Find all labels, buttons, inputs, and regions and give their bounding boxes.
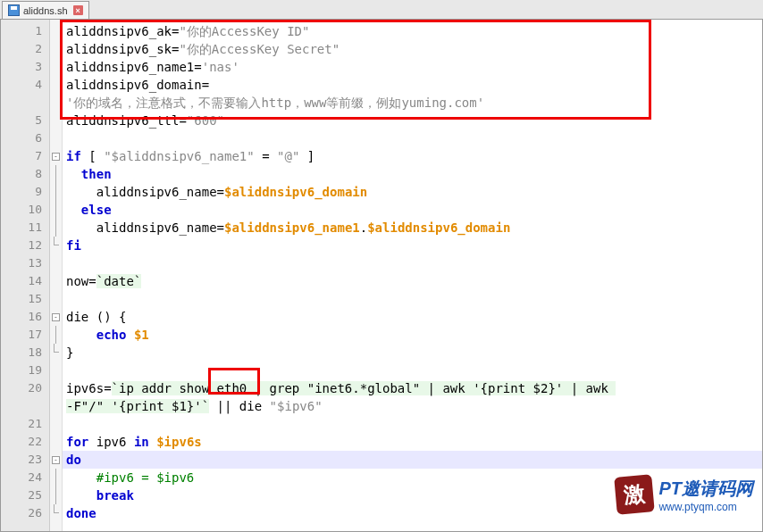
close-icon[interactable]: × [73, 5, 83, 15]
code-line[interactable] [63, 362, 762, 379]
line-number: 4 [1, 76, 49, 94]
fold-marker[interactable] [50, 219, 62, 237]
token: || die [209, 399, 269, 413]
code-line[interactable]: now=`date` [63, 272, 762, 290]
fold-column: --- [50, 20, 63, 531]
token: aliddnsipv6_domain= [66, 78, 209, 92]
fold-marker[interactable] [50, 165, 62, 183]
fold-marker[interactable] [50, 415, 62, 433]
code-line[interactable]: ipv6s=`ip addr show eth0 | grep "inet6.*… [63, 379, 762, 397]
fold-marker[interactable] [50, 379, 62, 397]
line-number: 1 [1, 22, 49, 40]
fold-marker[interactable] [50, 112, 62, 129]
code-line[interactable]: if [ "$aliddnsipv6_name1" = "@" ] [63, 147, 762, 165]
tab-filename: aliddns.sh [23, 5, 68, 16]
token: in [134, 435, 149, 449]
fold-marker[interactable] [50, 486, 62, 504]
fold-marker[interactable] [50, 362, 62, 379]
fold-marker[interactable] [50, 237, 62, 254]
disk-icon [8, 4, 20, 16]
fold-marker[interactable] [50, 254, 62, 272]
code-line[interactable]: aliddnsipv6_ak="你的AccessKey ID" [63, 22, 762, 40]
code-line[interactable]: -F"/" '{print $1}'` || die "$ipv6" [63, 397, 762, 415]
fold-marker[interactable] [50, 433, 62, 451]
token: $aliddnsipv6_domain [224, 185, 367, 199]
token: aliddnsipv6_ak= [66, 24, 179, 38]
code-line[interactable]: else [63, 201, 762, 219]
fold-marker[interactable] [50, 58, 62, 76]
fold-marker[interactable] [50, 129, 62, 147]
code-line[interactable]: aliddnsipv6_sk="你的AccessKey Secret" [63, 40, 762, 58]
token [66, 203, 81, 217]
fold-marker[interactable] [50, 76, 62, 94]
token [149, 435, 156, 449]
line-number: 19 [1, 362, 49, 379]
token: aliddnsipv6_name= [66, 185, 224, 199]
code-area[interactable]: 激 PT邀请码网 www.ptyqm.com aliddnsipv6_ak="你… [63, 20, 762, 531]
code-line[interactable]: then [63, 165, 762, 183]
token: then [81, 167, 112, 181]
line-number: 23 [1, 451, 49, 469]
fold-marker[interactable] [50, 94, 62, 112]
code-line[interactable]: aliddnsipv6_name=$aliddnsipv6_domain [63, 183, 762, 201]
code-line[interactable]: } [63, 344, 762, 362]
token: "@" [277, 149, 299, 163]
code-line[interactable]: aliddnsipv6_ttl="600" [63, 112, 762, 129]
file-tab[interactable]: aliddns.sh × [2, 1, 89, 19]
fold-marker[interactable] [50, 344, 62, 362]
line-number: 24 [1, 469, 49, 486]
fold-marker[interactable] [50, 326, 62, 344]
fold-marker[interactable]: - [50, 451, 62, 469]
token: $1 [134, 328, 149, 342]
code-line[interactable]: '你的域名，注意格式，不需要输入http，www等前缀，例如yuming.com… [63, 94, 762, 112]
code-line[interactable]: echo $1 [63, 326, 762, 344]
token: ] [299, 149, 314, 163]
token: else [81, 203, 112, 217]
line-number: 10 [1, 201, 49, 219]
fold-marker[interactable] [50, 40, 62, 58]
fold-marker[interactable] [50, 469, 62, 486]
token: $aliddnsipv6_name1 [224, 220, 360, 235]
token [66, 328, 96, 342]
code-line[interactable] [63, 290, 762, 308]
line-number: 5 [1, 112, 49, 129]
token: "你的AccessKey ID" [179, 24, 309, 38]
code-line[interactable]: for ipv6 in $ipv6s [63, 433, 762, 451]
fold-marker[interactable]: - [50, 308, 62, 326]
code-line[interactable] [63, 129, 762, 147]
line-number: 25 [1, 486, 49, 504]
code-line[interactable]: aliddnsipv6_domain= [63, 76, 762, 94]
code-line[interactable] [63, 415, 762, 433]
line-number: 9 [1, 183, 49, 201]
fold-marker[interactable] [50, 183, 62, 201]
code-line[interactable]: die () { [63, 308, 762, 326]
token: for [66, 435, 88, 449]
fold-marker[interactable] [50, 272, 62, 290]
line-number: 20 [1, 379, 49, 397]
token: `date` [96, 274, 142, 288]
line-number: 21 [1, 415, 49, 433]
code-line[interactable]: do [63, 451, 762, 469]
fold-marker[interactable] [50, 22, 62, 40]
line-number-gutter: 1234567891011121314151617181920212223242… [1, 20, 50, 531]
code-line[interactable]: aliddnsipv6_name=$aliddnsipv6_name1.$ali… [63, 219, 762, 237]
token: "你的AccessKey Secret" [179, 42, 340, 56]
code-line[interactable] [63, 254, 762, 272]
code-line[interactable]: fi [63, 237, 762, 254]
token: . [360, 220, 367, 235]
code-line[interactable]: aliddnsipv6_name1='nas' [63, 58, 762, 76]
token: now= [66, 274, 96, 288]
fold-marker[interactable]: - [50, 147, 62, 165]
line-number: 6 [1, 129, 49, 147]
line-number: 2 [1, 40, 49, 58]
line-number: 16 [1, 308, 49, 326]
line-number: 26 [1, 504, 49, 522]
fold-marker[interactable] [50, 290, 62, 308]
token: if [66, 149, 81, 163]
line-number [1, 397, 49, 415]
token [66, 470, 96, 485]
line-number: 8 [1, 165, 49, 183]
fold-marker[interactable] [50, 504, 62, 522]
fold-marker[interactable] [50, 201, 62, 219]
fold-marker[interactable] [50, 397, 62, 415]
